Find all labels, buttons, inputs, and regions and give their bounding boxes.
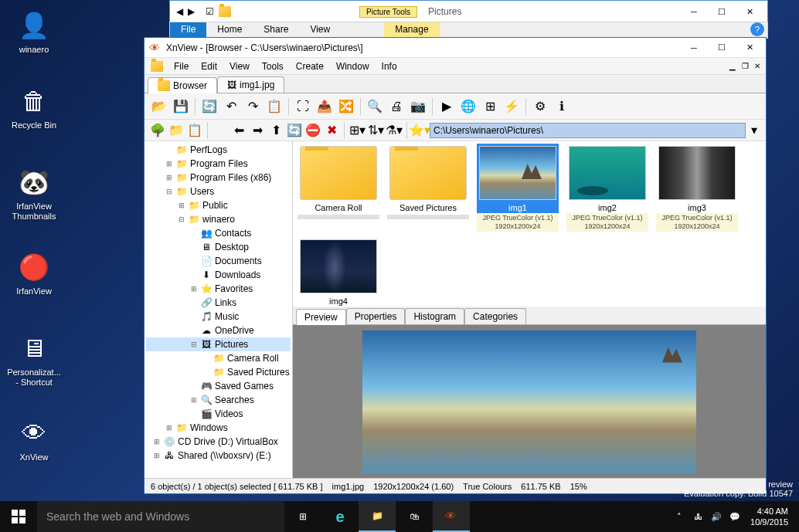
search-box[interactable]: Search the web and Windows [37, 501, 284, 532]
ribbon-manage[interactable]: Manage [384, 22, 439, 38]
tree-item-camera-roll[interactable]: 📁Camera Roll [146, 351, 291, 365]
tree-item-windows[interactable]: ⊞📁Windows [146, 421, 291, 435]
tree-icon[interactable]: 🌳 [149, 122, 166, 139]
edge-icon[interactable]: e [321, 501, 359, 532]
copy-icon[interactable]: 📋 [264, 97, 284, 117]
file-explorer-icon[interactable]: 📁 [359, 501, 396, 532]
expander-icon[interactable]: ⊞ [165, 160, 173, 168]
tree-item-cd-drive-d-virtualbox[interactable]: ⊞💿CD Drive (D:) VirtualBox [146, 435, 291, 449]
favorites-icon[interactable]: ⭐▾ [411, 122, 428, 139]
desktop-icon-irfanview-thumbnails[interactable]: 🐼IrfanView Thumbnails [5, 166, 63, 222]
task-view-icon[interactable]: ⊞ [284, 501, 321, 532]
explorer-checkbox-icon[interactable]: ☑ [206, 6, 214, 17]
up-icon[interactable]: ⬆ [267, 122, 284, 139]
slideshow-icon[interactable]: ▶ [437, 97, 457, 117]
folder-tree[interactable]: 📁PerfLogs⊞📁Program Files⊞📁Program Files … [144, 141, 293, 478]
settings-icon[interactable]: ⚙ [530, 97, 550, 117]
delete-icon[interactable]: ✖ [323, 122, 340, 139]
mdi-restore-icon[interactable]: ❐ [740, 61, 750, 72]
expander-icon[interactable]: ⊞ [152, 452, 161, 460]
menu-info[interactable]: Info [376, 59, 403, 73]
tree-item-shared-vboxsrv-e-[interactable]: ⊞🖧Shared (\\vboxsrv) (E:) [146, 449, 291, 463]
tree-item-links[interactable]: 🔗Links [146, 296, 291, 310]
menu-file[interactable]: File [168, 59, 195, 73]
tree-item-winaero[interactable]: ⊟📁winaero [146, 212, 291, 226]
store-icon[interactable]: 🛍 [396, 501, 433, 532]
batch-icon[interactable]: ⚡ [502, 97, 522, 117]
menu-edit[interactable]: Edit [195, 59, 223, 73]
clock[interactable]: 4:40 AM 10/9/2015 [746, 506, 793, 528]
export-icon[interactable]: 📤 [314, 97, 335, 117]
minimize-button[interactable]: ─ [682, 39, 706, 56]
tree-item-pictures[interactable]: ⊟🖼Pictures [146, 337, 291, 351]
view-mode-icon[interactable]: ⊞▾ [348, 122, 366, 139]
picture-tools-tab[interactable]: Picture Tools [359, 6, 417, 18]
refresh-icon[interactable]: 🔄 [199, 97, 219, 117]
thumbnail-img4[interactable]: img4 [298, 239, 379, 307]
redo-icon[interactable]: ↷ [243, 97, 263, 117]
tree-item-saved-games[interactable]: 🎮Saved Games [146, 379, 291, 393]
maximize-button[interactable]: ☐ [710, 3, 733, 20]
menu-window[interactable]: Window [330, 59, 376, 73]
close-button[interactable]: ✕ [738, 39, 761, 56]
tree-item-desktop[interactable]: 🖥Desktop [146, 240, 291, 254]
forward-icon[interactable]: ➡ [249, 122, 266, 139]
close-button[interactable]: ✕ [738, 3, 761, 20]
stop-icon[interactable]: ⛔ [304, 122, 321, 139]
desktop-icon-xnview[interactable]: 👁XnView [5, 417, 63, 463]
undo-icon[interactable]: ↶ [221, 97, 241, 117]
menu-create[interactable]: Create [290, 59, 330, 73]
back-icon[interactable]: ⬅ [230, 122, 247, 139]
menu-view[interactable]: View [223, 59, 256, 73]
help-icon[interactable]: ? [750, 22, 764, 36]
sort-icon[interactable]: ⇅▾ [367, 122, 384, 139]
fullscreen-icon[interactable]: ⛶ [293, 97, 313, 117]
tree-item-downloads[interactable]: ⬇Downloads [146, 268, 291, 282]
tray-expand-icon[interactable]: ˄ [672, 501, 687, 532]
thumbnail-img1[interactable]: img1JPEG TrueColor (v1.1)1920x1200x24 [477, 146, 559, 232]
expander-icon[interactable]: ⊟ [165, 188, 173, 196]
info-icon[interactable]: ℹ [552, 97, 572, 117]
search-icon[interactable]: 🔍 [365, 97, 385, 117]
desktop-icon-irfanview[interactable]: 🔴IrfanView [5, 251, 63, 296]
tree-item-users[interactable]: ⊟📁Users [146, 185, 291, 198]
thumbnail-pane[interactable]: Camera RollSaved Picturesimg1JPEG TrueCo… [293, 141, 766, 307]
ribbon-file[interactable]: File [170, 22, 206, 38]
reload-icon[interactable]: 🔄 [286, 122, 303, 139]
thumbnail-saved-pictures[interactable]: Saved Pictures [387, 146, 469, 232]
explorer-fwd-icon[interactable]: ▶ [188, 6, 195, 17]
explorer-back-icon[interactable]: ◀ [176, 6, 183, 17]
expander-icon[interactable]: ⊞ [152, 438, 161, 446]
paste-icon[interactable]: 📋 [186, 122, 203, 139]
expander-icon[interactable]: ⊞ [165, 424, 173, 432]
preview-tab-categories[interactable]: Categories [464, 308, 526, 324]
tab-img1-jpg[interactable]: 🖼 img1.jpg [217, 76, 284, 93]
tab-browser[interactable]: Browser [148, 77, 217, 93]
scan-icon[interactable]: 📷 [408, 97, 428, 117]
contact-sheet-icon[interactable]: ⊞ [480, 97, 500, 117]
desktop-icon-winaero[interactable]: 👤winaero [5, 9, 63, 55]
print-icon[interactable]: 🖨 [386, 97, 406, 117]
tree-item-videos[interactable]: 🎬Videos [146, 407, 291, 421]
mdi-minimize-icon[interactable]: ▁ [727, 61, 738, 72]
thumbnail-img2[interactable]: img2JPEG TrueColor (v1.1)1920x1200x24 [566, 146, 648, 232]
tree-item-onedrive[interactable]: ☁OneDrive [146, 324, 291, 337]
tree-item-public[interactable]: ⊞📁Public [146, 198, 291, 212]
address-bar[interactable] [430, 123, 746, 138]
minimize-button[interactable]: ─ [682, 3, 706, 20]
notifications-icon[interactable]: 💬 [727, 501, 743, 532]
tree-item-saved-pictures[interactable]: 📁Saved Pictures [146, 365, 291, 379]
desktop-icon-personalizat-shortcut[interactable]: 🖥Personalizat... - Shortcut [5, 332, 63, 388]
tree-item-searches[interactable]: ⊞🔍Searches [146, 393, 291, 407]
thumbnail-camera-roll[interactable]: Camera Roll [298, 146, 379, 232]
folder-up-icon[interactable]: 📁 [168, 122, 185, 139]
expander-icon[interactable]: ⊞ [189, 396, 198, 405]
webpage-icon[interactable]: 🌐 [458, 97, 478, 117]
save-icon[interactable]: 💾 [171, 97, 191, 117]
open-icon[interactable]: 📂 [149, 97, 169, 117]
thumbnail-img3[interactable]: img3JPEG TrueColor (v1.1)1920x1200x24 [656, 146, 738, 232]
volume-icon[interactable]: 🔊 [709, 501, 724, 532]
xnview-taskbar-icon[interactable] [433, 501, 470, 532]
titlebar[interactable]: XnView - [Browser - C:\Users\winaero\Pic… [144, 38, 766, 58]
ribbon-home[interactable]: Home [206, 22, 253, 38]
